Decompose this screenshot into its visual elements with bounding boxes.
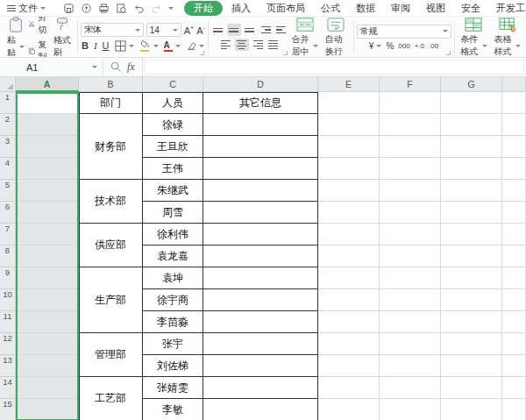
cell-F5[interactable] xyxy=(380,180,441,202)
align-middle-icon[interactable] xyxy=(227,24,241,36)
row-header-1[interactable]: 1 xyxy=(0,92,16,114)
thousands-format-button[interactable]: 000 xyxy=(398,42,409,50)
cell-E6[interactable] xyxy=(318,202,380,224)
font-name-select[interactable]: 宋体 xyxy=(81,23,144,37)
merge-center-button[interactable]: 合并居中 xyxy=(288,17,322,58)
cell-F14[interactable] xyxy=(380,377,441,399)
cell-F10[interactable] xyxy=(380,289,441,311)
cell-H2[interactable] xyxy=(502,114,526,136)
tab-7[interactable]: 安全 xyxy=(454,1,487,16)
cell-H12[interactable] xyxy=(502,333,526,355)
tab-1[interactable]: 插入 xyxy=(224,1,258,16)
cell-B12-merged-dept-4[interactable]: 管理部 xyxy=(79,333,143,377)
cell-B2-merged-dept-0[interactable]: 财务部 xyxy=(79,114,143,180)
cell-E10[interactable] xyxy=(318,289,380,311)
cell-A8[interactable] xyxy=(16,246,79,267)
insert-function-button[interactable]: fx xyxy=(127,61,135,74)
cell-F9[interactable] xyxy=(380,267,441,289)
cell-F12[interactable] xyxy=(380,333,441,355)
cell-G9[interactable] xyxy=(441,267,502,289)
column-header-F[interactable]: F xyxy=(380,77,441,92)
cell-H10[interactable] xyxy=(502,289,526,311)
cell-F11[interactable] xyxy=(380,311,441,333)
row-header-10[interactable]: 10 xyxy=(0,289,16,311)
cell-G13[interactable] xyxy=(441,355,502,377)
cell-E13[interactable] xyxy=(318,355,380,377)
cut-button[interactable]: 剪切 xyxy=(28,17,50,36)
cell-G5[interactable] xyxy=(441,180,502,202)
cell-G12[interactable] xyxy=(441,333,502,355)
column-header-D[interactable]: D xyxy=(203,77,318,92)
cell-E1[interactable] xyxy=(318,92,380,114)
file-menu[interactable]: 文件 xyxy=(0,2,53,15)
column-header-partial[interactable] xyxy=(502,77,526,92)
tab-8[interactable]: 开发工具 xyxy=(489,1,526,16)
paste-button[interactable]: 粘贴 xyxy=(4,17,28,58)
customize-caret-icon[interactable] xyxy=(168,7,174,10)
cell-A12[interactable] xyxy=(16,333,79,355)
column-header-G[interactable]: G xyxy=(441,77,502,92)
bold-button[interactable]: B xyxy=(82,40,89,51)
row-header-11[interactable]: 11 xyxy=(0,311,16,333)
align-top-icon[interactable] xyxy=(211,24,225,36)
align-right-icon[interactable] xyxy=(251,39,265,51)
row-header-5[interactable]: 5 xyxy=(0,180,16,202)
cell-C8[interactable]: 袁龙嘉 xyxy=(143,246,203,267)
cell-D8[interactable] xyxy=(203,246,318,267)
format-painter-button[interactable]: 格式刷 xyxy=(50,17,75,58)
cell-A13[interactable] xyxy=(16,355,79,377)
formula-input[interactable] xyxy=(145,60,524,75)
cell-E8[interactable] xyxy=(318,246,380,267)
tab-4[interactable]: 数据 xyxy=(349,1,382,16)
tab-3[interactable]: 公式 xyxy=(314,1,347,16)
cell-C4[interactable]: 王伟 xyxy=(143,158,203,180)
column-header-C[interactable]: C xyxy=(143,77,203,92)
cell-H1[interactable] xyxy=(502,92,526,114)
cell-B7-merged-dept-2[interactable]: 供应部 xyxy=(79,224,143,267)
percent-format-button[interactable]: % xyxy=(386,41,394,51)
cell-B1[interactable]: 部门 xyxy=(79,92,143,114)
wrap-text-button[interactable]: 自动换行 xyxy=(322,17,351,58)
cell-A3[interactable] xyxy=(16,136,79,158)
cell-H6[interactable] xyxy=(502,202,526,224)
cell-D13[interactable] xyxy=(203,355,318,377)
cell-G2[interactable] xyxy=(441,114,502,136)
fill-color-button[interactable] xyxy=(139,39,159,52)
row-header-14[interactable]: 14 xyxy=(0,377,16,399)
cell-G11[interactable] xyxy=(441,311,502,333)
cell-A4[interactable] xyxy=(16,158,79,180)
cell-A10[interactable] xyxy=(16,289,79,311)
cell-C9[interactable]: 袁坤 xyxy=(143,267,203,289)
align-center-icon[interactable] xyxy=(235,39,249,51)
cell-F4[interactable] xyxy=(380,158,441,180)
cell-F13[interactable] xyxy=(380,355,441,377)
cell-D11[interactable] xyxy=(203,311,318,333)
cell-C7[interactable]: 徐利伟 xyxy=(143,224,203,246)
cell-A11[interactable] xyxy=(16,311,79,333)
cell-E14[interactable] xyxy=(318,377,380,399)
cell-H13[interactable] xyxy=(502,355,526,377)
cell-D6[interactable] xyxy=(203,202,318,224)
cell-A2[interactable] xyxy=(16,114,79,136)
cell-C6[interactable]: 周雪 xyxy=(143,202,203,224)
increase-indent-icon[interactable] xyxy=(274,24,288,36)
cell-E5[interactable] xyxy=(318,180,380,202)
cell-F3[interactable] xyxy=(380,136,441,158)
cell-H5[interactable] xyxy=(502,180,526,202)
column-header-E[interactable]: E xyxy=(318,77,380,92)
cell-H9[interactable] xyxy=(502,267,526,289)
cell-A9[interactable] xyxy=(16,267,79,289)
cell-B5-merged-dept-1[interactable]: 技术部 xyxy=(79,180,143,224)
cell-C1[interactable]: 人员 xyxy=(143,92,203,114)
save-icon[interactable] xyxy=(63,3,75,14)
cell-G8[interactable] xyxy=(441,246,502,267)
cell-D3[interactable] xyxy=(203,136,318,158)
cell-C12[interactable]: 张宇 xyxy=(143,333,203,355)
cell-E3[interactable] xyxy=(318,136,380,158)
cell-E11[interactable] xyxy=(318,311,380,333)
tab-2[interactable]: 页面布局 xyxy=(259,1,312,16)
clear-format-button[interactable] xyxy=(186,40,204,51)
name-box[interactable]: A1 xyxy=(0,58,103,76)
cell-D14[interactable] xyxy=(203,377,318,399)
cell-G15[interactable] xyxy=(441,399,502,420)
